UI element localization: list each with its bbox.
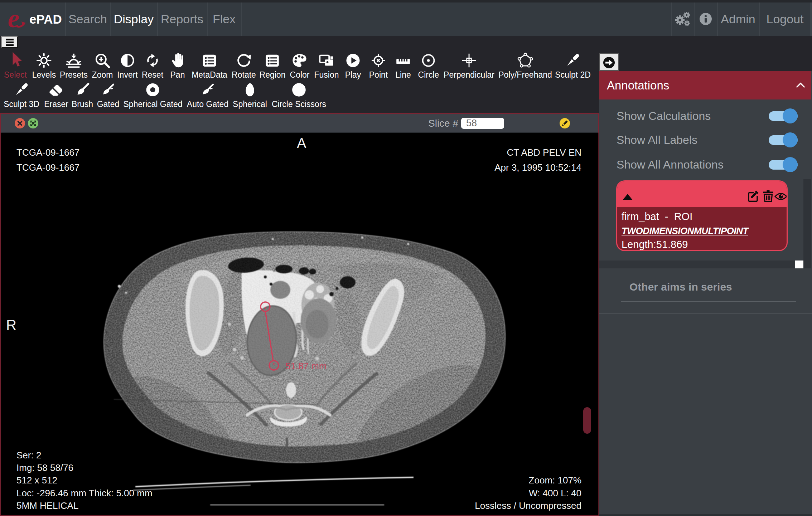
svg-text:51.87 mm: 51.87 mm [285, 361, 327, 371]
